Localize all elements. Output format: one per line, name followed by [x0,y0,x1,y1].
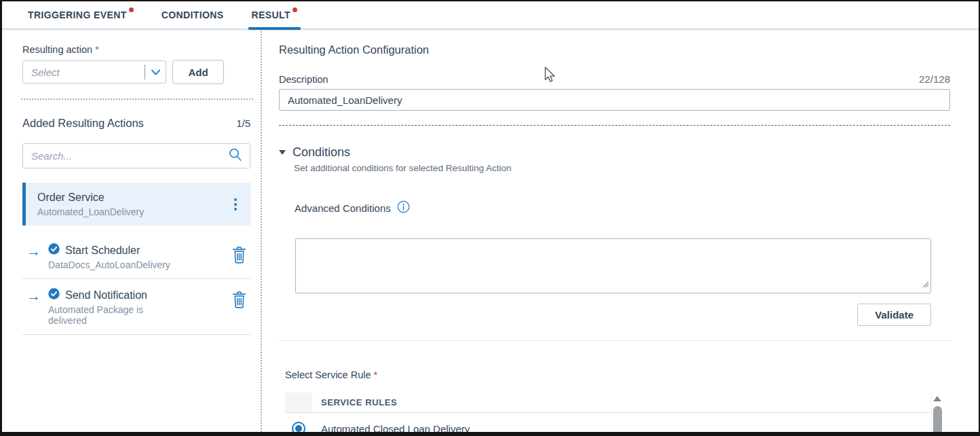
action-text: Order Service Automated_LoanDelivery [37,192,144,217]
resulting-actions-panel: Resulting action* Select Add Added Resul… [2,29,262,432]
main-content: Resulting action* Select Add Added Resul… [2,29,979,432]
trash-icon [231,246,248,265]
resulting-action-configuration-panel: Resulting Action Configuration Descripti… [262,29,979,432]
action-subtitle: Automated Package is delivered [48,304,169,326]
table-body: SERVICE RULES Automated Closed Loan Deli… [285,393,931,432]
delete-action-button[interactable] [229,289,249,313]
check-circle-icon [48,288,60,302]
resulting-action-row: Select Add [22,60,250,84]
table-scrollbar [931,393,943,432]
rule-editor-page: TRIGGERING EVENT CONDITIONS RESULT Resul… [0,0,980,436]
list-item-order-service[interactable]: Order Service Automated_LoanDelivery [22,183,250,225]
action-text: Send Notification Automated Package is d… [48,288,229,326]
description-label: Description [279,74,328,85]
character-counter: 22/128 [919,73,950,85]
service-rule-name: Automated Closed Loan Delivery [312,423,470,433]
check-circle-icon [48,243,60,257]
conditions-collapse-header[interactable]: Conditions [279,145,950,160]
scroll-up-icon[interactable] [933,396,941,401]
tab-triggering-event[interactable]: TRIGGERING EVENT [28,1,134,29]
action-subtitle: Automated_LoanDelivery [37,206,144,217]
action-title: Order Service [37,192,144,204]
advanced-conditions-label: Advanced Conditions [295,202,391,214]
required-marker: * [374,369,378,380]
triangle-down-icon [279,150,286,155]
resulting-action-label: Resulting action [22,44,92,55]
tab-label: TRIGGERING EVENT [28,10,127,20]
tab-result[interactable]: RESULT [252,1,297,29]
description-input[interactable] [279,89,950,111]
conditions-section-divider [279,340,950,341]
chevron-down-icon[interactable] [145,69,166,76]
service-rules-table: SERVICE RULES Automated Closed Loan Deli… [285,393,943,432]
action-title: Send Notification [65,289,147,302]
service-rules-column-header: SERVICE RULES [312,397,397,407]
radio-cell [285,422,312,432]
service-rule-label-row: Select Service Rule* [285,369,950,381]
list-item-send-notification[interactable]: → Send Notification Automated Package is… [22,279,250,335]
flow-arrow-icon: → [26,244,48,258]
search-box [22,143,250,168]
trash-icon [231,291,248,310]
delete-action-button[interactable] [229,244,249,268]
configuration-heading: Resulting Action Configuration [279,43,950,56]
selection-column-header [285,393,312,412]
added-actions-heading: Added Resulting Actions [22,117,144,130]
added-actions-list: Order Service Automated_LoanDelivery → S… [22,183,250,335]
description-header-row: Description 22/128 [279,73,950,85]
service-rule-radio-selected[interactable] [292,422,305,432]
validate-button[interactable]: Validate [857,304,931,326]
table-header-row: SERVICE RULES [285,393,931,413]
resulting-action-select[interactable]: Select [22,60,166,84]
tab-bar: TRIGGERING EVENT CONDITIONS RESULT [2,1,979,29]
action-subtitle: DataDocs_AutoLoanDelivery [48,259,204,270]
advanced-conditions-row: Advanced Conditions [295,200,950,216]
list-item-start-scheduler[interactable]: → Start Scheduler DataDocs_AutoLoanDeliv… [22,234,250,279]
validate-row: Validate [279,304,931,326]
radio-dot [295,425,302,432]
unsaved-changes-dot-icon [129,7,134,12]
action-text: Start Scheduler DataDocs_AutoLoanDeliver… [48,243,229,270]
search-input[interactable] [31,150,228,162]
tab-label: CONDITIONS [162,10,224,20]
add-button[interactable]: Add [172,60,224,84]
tab-label: RESULT [252,10,290,20]
conditions-title: Conditions [293,145,350,160]
search-icon[interactable] [228,147,242,164]
expression-editor-wrap [295,238,931,293]
required-marker: * [95,44,99,55]
info-icon[interactable] [397,200,410,216]
table-row[interactable]: Automated Closed Loan Delivery [285,413,931,432]
select-service-rule-label: Select Service Rule [285,369,371,380]
advanced-conditions-textarea[interactable] [295,238,931,293]
section-divider [21,98,253,100]
active-tab-indicator [248,27,301,30]
added-actions-header: Added Resulting Actions 1/5 [22,117,250,130]
description-divider [279,125,950,126]
action-title: Start Scheduler [65,244,140,257]
conditions-subtitle: Set additional conditions for selected R… [294,163,950,173]
tab-conditions[interactable]: CONDITIONS [162,1,224,29]
scrollbar-thumb[interactable] [933,406,942,432]
flow-arrow-icon: → [26,289,48,303]
select-placeholder: Select [31,67,145,78]
added-actions-count: 1/5 [236,117,250,129]
kebab-menu-icon[interactable] [230,196,241,213]
unsaved-changes-dot-icon [293,7,297,12]
